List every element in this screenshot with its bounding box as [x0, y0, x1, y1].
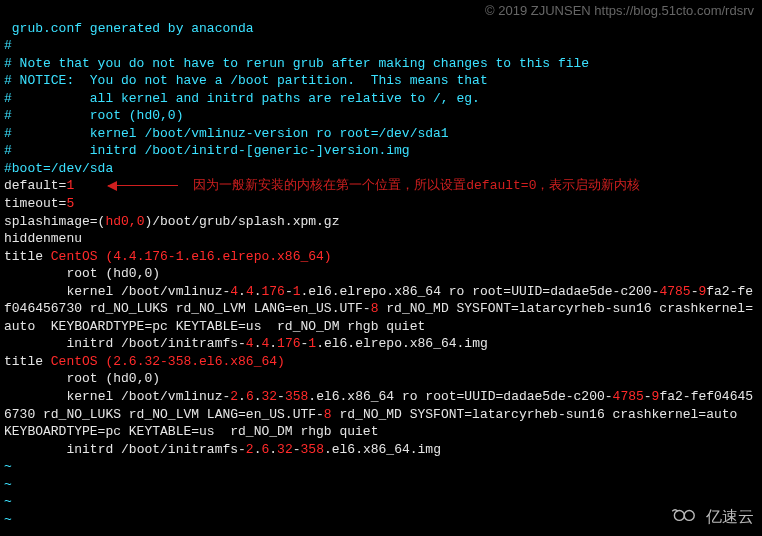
comment-line: # all kernel and initrd paths are relati…: [4, 91, 480, 106]
comment-line: # root (hd0,0): [4, 108, 183, 123]
hiddenmenu: hiddenmenu: [4, 231, 82, 246]
k2: kernel /boot/vmlinuz-: [4, 389, 230, 404]
default-key: default=: [4, 178, 66, 193]
title2-key: title: [4, 354, 51, 369]
comment-line: # Note that you do not have to rerun gru…: [4, 56, 589, 71]
terminal-output: grub.conf generated by anaconda # # Note…: [0, 0, 762, 530]
comment-line: grub.conf generated by anaconda: [4, 21, 254, 36]
vi-tilde: ~: [4, 459, 12, 474]
k1: kernel /boot/vmlinuz-: [4, 284, 230, 299]
root2: root (hd0,0): [4, 371, 160, 386]
timeout-value: 5: [66, 196, 74, 211]
splash-b: )/boot/grub/splash.xpm.gz: [144, 214, 339, 229]
title2-val: CentOS (2.6.32-358.el6.x86_64): [51, 354, 285, 369]
vi-tilde: ~: [4, 494, 12, 509]
splash-hd: hd0,0: [105, 214, 144, 229]
watermark-bottom: 亿速云: [668, 504, 754, 530]
svg-point-1: [684, 511, 694, 521]
splash-a: splashimage=(: [4, 214, 105, 229]
cloud-icon: [668, 504, 702, 530]
arrow-icon: [98, 181, 178, 191]
vi-tilde: ~: [4, 477, 12, 492]
comment-line: # kernel /boot/vmlinuz-version ro root=/…: [4, 126, 449, 141]
title1-val: CentOS (4.4.176-1.el6.elrepo.x86_64): [51, 249, 332, 264]
title1-key: title: [4, 249, 51, 264]
watermark-top: © 2019 ZJUNSEN https://blog.51cto.com/rd…: [485, 2, 754, 20]
i1: initrd /boot/initramfs-: [4, 336, 246, 351]
annotation-text: 因为一般新安装的内核在第一个位置，所以设置default=0，表示启动新内核: [193, 178, 640, 193]
watermark-bottom-text: 亿速云: [706, 506, 754, 528]
timeout-key: timeout=: [4, 196, 66, 211]
comment-line: # initrd /boot/initrd-[generic-]version.…: [4, 143, 410, 158]
vi-tilde: ~: [4, 512, 12, 527]
root1: root (hd0,0): [4, 266, 160, 281]
i2: initrd /boot/initramfs-: [4, 442, 246, 457]
comment-line: #: [4, 38, 12, 53]
default-value: 1: [66, 178, 74, 193]
boot-line: #boot=/dev/sda: [4, 161, 113, 176]
comment-line: # NOTICE: You do not have a /boot partit…: [4, 73, 488, 88]
svg-point-0: [674, 511, 684, 521]
